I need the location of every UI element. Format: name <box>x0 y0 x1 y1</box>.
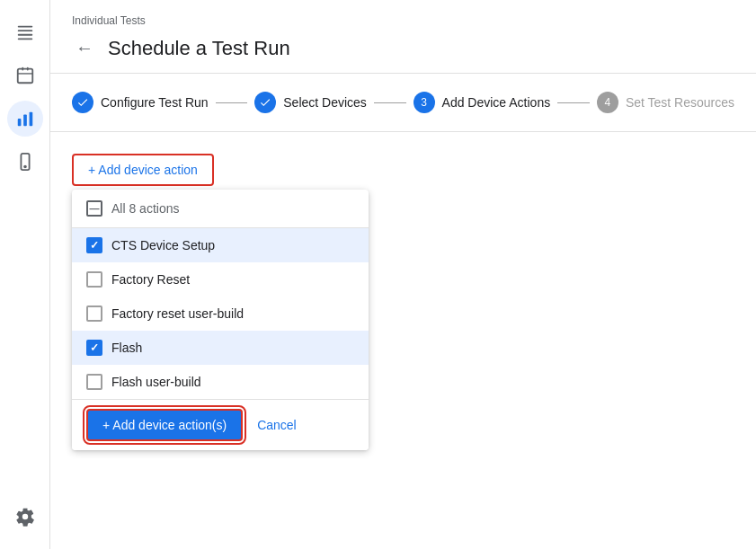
svg-point-12 <box>24 166 26 168</box>
connector-3 <box>557 102 590 103</box>
svg-rect-7 <box>17 73 32 74</box>
factory-reset-userbuild-label: Factory reset user-build <box>111 306 244 321</box>
connector-1 <box>216 102 248 103</box>
svg-rect-2 <box>17 34 32 36</box>
step-add-device-actions: 3 Add Device Actions <box>414 92 551 113</box>
svg-rect-10 <box>29 112 32 127</box>
action-item-flash[interactable]: Flash <box>72 331 369 365</box>
step-2-circle <box>254 92 276 113</box>
connector-2 <box>374 102 406 103</box>
sidebar-icon-phone[interactable] <box>7 144 43 180</box>
stepper: Configure Test Run Select Devices 3 Add … <box>50 74 756 132</box>
factory-reset-userbuild-checkbox[interactable] <box>86 305 102 322</box>
cts-checkbox[interactable] <box>86 237 102 253</box>
action-item-cts[interactable]: CTS Device Setup <box>72 228 369 262</box>
add-device-action-button[interactable]: + Add device action <box>72 154 214 186</box>
svg-rect-4 <box>17 69 32 84</box>
breadcrumb: Individual Tests <box>72 14 734 27</box>
action-item-flash-userbuild[interactable]: Flash user-build <box>72 365 369 399</box>
sidebar-icon-chart[interactable] <box>7 101 43 137</box>
cts-label: CTS Device Setup <box>111 238 215 252</box>
content-area: + Add device action All 8 actions CTS De… <box>50 132 756 549</box>
step-1-circle <box>72 92 93 113</box>
flash-checkbox[interactable] <box>86 340 102 356</box>
select-all-checkbox[interactable] <box>86 200 102 217</box>
factory-reset-checkbox[interactable] <box>86 271 102 288</box>
svg-rect-3 <box>17 38 32 40</box>
all-actions-label: All 8 actions <box>111 201 179 216</box>
sidebar <box>0 0 50 549</box>
action-item-factory-reset[interactable]: Factory Reset <box>72 262 369 297</box>
step-set-test-resources: 4 Set Test Resources <box>597 92 734 113</box>
step-1-label: Configure Test Run <box>101 95 209 110</box>
add-device-actions-button[interactable]: + Add device action(s) <box>86 409 243 441</box>
page-header: Individual Tests ← Schedule a Test Run <box>50 0 756 74</box>
step-select-devices: Select Devices <box>254 92 367 113</box>
flash-userbuild-checkbox[interactable] <box>86 374 102 390</box>
step-4-label: Set Test Resources <box>626 95 734 110</box>
cancel-button[interactable]: Cancel <box>253 411 300 439</box>
sidebar-icon-list[interactable] <box>7 14 43 50</box>
svg-rect-8 <box>17 119 21 126</box>
flash-label: Flash <box>111 341 142 355</box>
step-2-label: Select Devices <box>283 95 367 110</box>
main-content: Individual Tests ← Schedule a Test Run C… <box>50 0 756 549</box>
svg-rect-1 <box>17 30 32 31</box>
step-4-circle: 4 <box>597 92 618 113</box>
step-3-label: Add Device Actions <box>442 95 551 110</box>
sidebar-icon-settings[interactable] <box>7 499 43 535</box>
action-list: CTS Device Setup Factory Reset Factory r… <box>72 228 369 399</box>
action-dropdown: All 8 actions CTS Device Setup Factory R… <box>72 190 369 450</box>
step-configure: Configure Test Run <box>72 92 209 113</box>
svg-rect-0 <box>17 26 32 28</box>
back-button[interactable]: ← <box>72 34 97 62</box>
svg-rect-6 <box>26 67 28 71</box>
action-item-factory-reset-userbuild[interactable]: Factory reset user-build <box>72 297 369 331</box>
page-title: Schedule a Test Run <box>108 37 290 60</box>
dropdown-header[interactable]: All 8 actions <box>72 190 369 228</box>
sidebar-icon-calendar[interactable] <box>7 58 43 93</box>
flash-userbuild-label: Flash user-build <box>111 375 201 389</box>
svg-rect-9 <box>23 114 27 126</box>
step-3-circle: 3 <box>414 92 435 113</box>
factory-reset-label: Factory Reset <box>111 272 190 287</box>
dropdown-footer: + Add device action(s) Cancel <box>72 399 369 450</box>
svg-rect-5 <box>22 67 23 71</box>
